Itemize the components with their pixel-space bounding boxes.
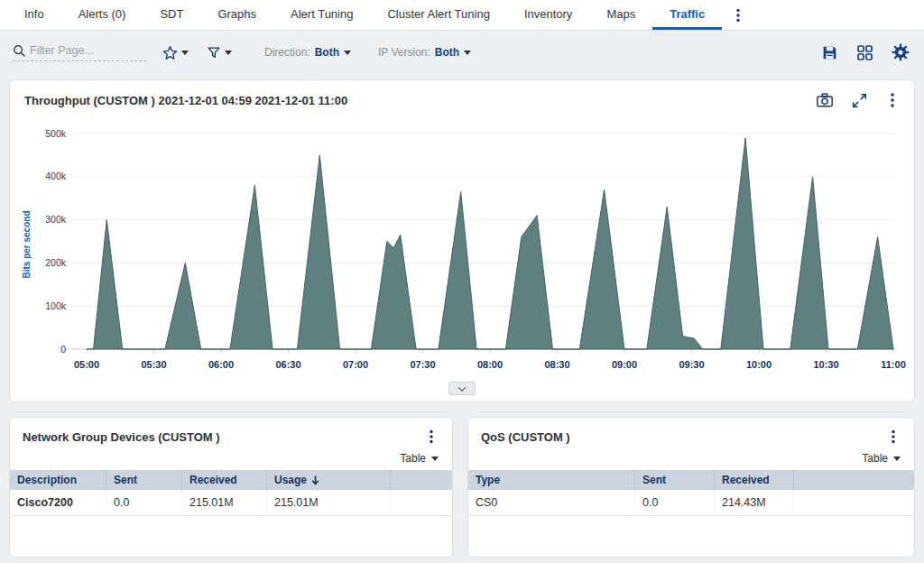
- tab-graphs[interactable]: Graphs: [200, 0, 273, 30]
- kebab-icon: [887, 429, 900, 445]
- tab-alert-tuning[interactable]: Alert Tuning: [273, 0, 370, 30]
- qos-card: QoS (CUSTOM ) Table Type Sent Received: [467, 417, 915, 558]
- throughput-card-header: Throughput (CUSTOM ) 2021-12-01 04:59 20…: [10, 80, 914, 120]
- expand-button[interactable]: [852, 93, 867, 108]
- direction-value: Both: [315, 46, 339, 59]
- caret-down-icon: [344, 51, 351, 55]
- qos-filler-cell: [794, 490, 914, 515]
- svg-text:0: 0: [60, 344, 66, 355]
- star-icon: [162, 45, 178, 60]
- svg-text:10:30: 10:30: [813, 359, 838, 370]
- direction-dropdown[interactable]: Direction: Both: [264, 46, 351, 59]
- qos-received-cell: 214.43M: [715, 490, 794, 515]
- tab-bar: Info Alerts (0) SDT Graphs Alert Tuning …: [0, 0, 924, 31]
- devices-view-label: Table: [400, 452, 426, 465]
- device-usage-cell: 215.01M: [267, 490, 391, 515]
- grid-view-button[interactable]: [855, 42, 875, 63]
- caret-down-icon: [893, 457, 901, 461]
- svg-text:06:30: 06:30: [275, 359, 300, 370]
- caret-down-icon: [225, 51, 232, 55]
- tab-sdt[interactable]: SDT: [143, 0, 200, 30]
- chart-menu-button[interactable]: [885, 91, 900, 109]
- devices-table: Description Sent Received Usage Cisco720…: [10, 470, 452, 516]
- devices-col-usage[interactable]: Usage: [267, 470, 391, 490]
- chevron-down-icon: [458, 383, 466, 391]
- devices-card-title: Network Group Devices (CUSTOM ): [23, 430, 220, 444]
- svg-text:06:00: 06:00: [208, 359, 234, 370]
- qos-col-type[interactable]: Type: [468, 470, 635, 490]
- favorites-dropdown-button[interactable]: [161, 43, 190, 62]
- save-icon: [821, 44, 838, 61]
- save-button[interactable]: [819, 42, 840, 63]
- svg-text:Bits per second: Bits per second: [22, 210, 32, 278]
- tab-inventory[interactable]: Inventory: [507, 0, 589, 30]
- svg-text:07:00: 07:00: [343, 359, 368, 370]
- throughput-card: Throughput (CUSTOM ) 2021-12-01 04:59 20…: [9, 79, 915, 402]
- qos-type-cell: CS0: [468, 490, 635, 515]
- tab-alerts[interactable]: Alerts (0): [61, 0, 143, 30]
- svg-text:05:00: 05:00: [74, 359, 99, 370]
- tab-maps[interactable]: Maps: [589, 0, 652, 30]
- collapse-chart-button[interactable]: [448, 382, 476, 395]
- tab-traffic[interactable]: Traffic: [652, 0, 722, 30]
- filter-icon: [207, 45, 221, 60]
- svg-text:200k: 200k: [45, 257, 67, 268]
- direction-label: Direction:: [264, 46, 310, 59]
- devices-col-received[interactable]: Received: [182, 470, 267, 490]
- sort-desc-icon: [311, 475, 319, 485]
- svg-text:09:00: 09:00: [612, 359, 637, 370]
- tab-cluster-alert-tuning[interactable]: Cluster Alert Tuning: [370, 0, 506, 30]
- qos-col-sent[interactable]: Sent: [635, 470, 715, 490]
- device-traffic-page: Info Alerts (0) SDT Graphs Alert Tuning …: [0, 0, 924, 563]
- throughput-card-title: Throughput (CUSTOM ) 2021-12-01 04:59 20…: [24, 94, 347, 107]
- devices-col-sent[interactable]: Sent: [106, 470, 182, 490]
- svg-text:10:00: 10:00: [746, 359, 772, 370]
- devices-col-description[interactable]: Description: [10, 470, 106, 490]
- snapshot-button[interactable]: [816, 92, 834, 108]
- expand-icon: [852, 93, 867, 108]
- filter-page-input[interactable]: [30, 44, 138, 57]
- tab-info[interactable]: Info: [7, 0, 61, 30]
- page-toolbar: Direction: Both IP Version: Both: [0, 31, 924, 74]
- network-group-devices-card: Network Group Devices (CUSTOM ) Table De…: [9, 417, 453, 558]
- kebab-icon: [885, 91, 900, 109]
- devices-card-menu-button[interactable]: [423, 427, 439, 447]
- svg-text:100k: 100k: [45, 300, 67, 311]
- bottom-cards-row: Network Group Devices (CUSTOM ) Table De…: [9, 417, 915, 558]
- qos-col-filler: [794, 470, 914, 490]
- caret-down-icon: [464, 51, 471, 55]
- nav-overflow-menu[interactable]: [722, 0, 754, 30]
- table-row[interactable]: CS0 0.0 214.43M: [468, 490, 914, 516]
- device-filler-cell: [391, 490, 452, 515]
- device-sent-cell: 0.0: [106, 490, 182, 515]
- qos-card-menu-button[interactable]: [885, 427, 901, 447]
- settings-button[interactable]: [890, 42, 911, 63]
- qos-view-label: Table: [862, 452, 888, 465]
- filter-page-field: [13, 44, 146, 61]
- grid-icon: [856, 44, 873, 61]
- kebab-icon: [425, 429, 438, 445]
- qos-view-select[interactable]: Table: [468, 452, 914, 470]
- filter-dropdown-button[interactable]: [205, 43, 234, 61]
- svg-text:500k: 500k: [45, 128, 67, 139]
- throughput-chart[interactable]: 0100k200k300k400k500k05:0005:3006:0006:3…: [21, 120, 910, 382]
- svg-text:300k: 300k: [45, 214, 67, 225]
- table-row[interactable]: Cisco7200 0.0 215.01M 215.01M: [10, 490, 452, 516]
- devices-col-filler: [391, 470, 452, 490]
- svg-text:08:30: 08:30: [544, 359, 569, 370]
- devices-view-select[interactable]: Table: [10, 452, 452, 470]
- caret-down-icon: [181, 51, 189, 55]
- camera-icon: [816, 92, 834, 108]
- kebab-icon: [731, 7, 745, 23]
- device-description-cell: Cisco7200: [10, 490, 106, 515]
- svg-text:400k: 400k: [45, 171, 67, 181]
- ip-version-value: Both: [435, 46, 459, 59]
- qos-col-received[interactable]: Received: [715, 470, 794, 490]
- svg-text:09:30: 09:30: [679, 359, 704, 370]
- qos-sent-cell: 0.0: [635, 490, 715, 515]
- svg-text:07:30: 07:30: [410, 359, 435, 370]
- svg-text:11:00: 11:00: [881, 359, 906, 370]
- svg-text:05:30: 05:30: [141, 359, 166, 370]
- ip-version-dropdown[interactable]: IP Version: Both: [378, 46, 471, 59]
- caret-down-icon: [431, 457, 439, 461]
